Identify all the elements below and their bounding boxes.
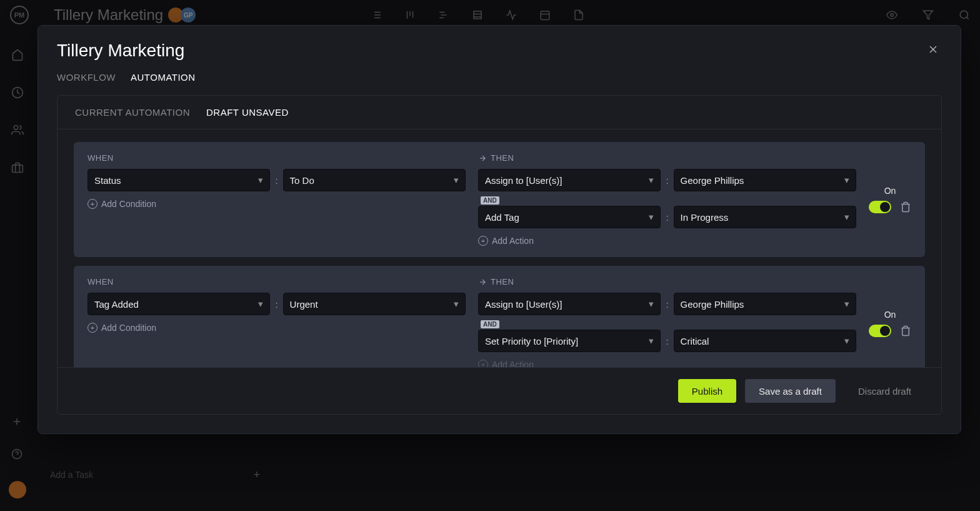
select-value: Assign to [User(s)]	[485, 299, 562, 310]
team-icon[interactable]	[11, 124, 24, 136]
add-action-label: Add Action	[492, 360, 534, 367]
select-value: George Phillips	[681, 175, 744, 186]
toggle-label: On	[884, 186, 896, 196]
help-icon[interactable]	[11, 448, 24, 461]
svg-rect-15	[541, 11, 549, 20]
arrow-right-icon	[478, 278, 487, 286]
then-label: THEN	[478, 153, 856, 163]
calendar-icon[interactable]	[539, 9, 551, 21]
delete-rule-button[interactable]	[900, 325, 911, 336]
automation-modal: Tillery Marketing WORKFLOW AUTOMATION CU…	[38, 25, 961, 434]
colon: :	[275, 175, 278, 186]
rule-controls: On	[869, 277, 911, 367]
chevron-down-icon: ▾	[649, 175, 654, 186]
activity-icon[interactable]	[506, 9, 517, 21]
plus-icon[interactable]	[11, 416, 24, 428]
colon: :	[275, 299, 278, 310]
add-action-button[interactable]: + Add Action	[478, 360, 856, 367]
select-value: To Do	[290, 175, 314, 186]
action-select[interactable]: Set Priority to [Priority] ▾	[478, 330, 661, 352]
rule-then-column: THEN Assign to [User(s)] ▾ : George Phil…	[478, 277, 856, 367]
add-action-label: Add Action	[492, 236, 534, 246]
action-select[interactable]: Add Tag ▾	[478, 206, 661, 228]
rule-toggle[interactable]	[869, 325, 891, 337]
when-value-select[interactable]: To Do ▾	[283, 169, 466, 191]
select-value: Tag Added	[94, 299, 139, 310]
side-nav	[0, 30, 35, 511]
action-value-select[interactable]: In Progress ▾	[674, 206, 856, 228]
file-icon[interactable]	[573, 9, 584, 21]
app-title: Tillery Marketing	[54, 6, 163, 24]
rule-toggle[interactable]	[869, 201, 891, 213]
select-value: Urgent	[290, 299, 318, 310]
clock-icon[interactable]	[11, 86, 24, 99]
add-condition-button[interactable]: + Add Condition	[88, 323, 466, 333]
select-value: Add Tag	[485, 212, 519, 223]
select-value: George Phillips	[681, 299, 744, 310]
tab-current-automation[interactable]: CURRENT AUTOMATION	[75, 107, 190, 118]
select-value: Status	[94, 175, 121, 186]
select-value: Assign to [User(s)]	[485, 175, 562, 186]
close-button[interactable]	[924, 41, 942, 58]
app-logo: PM	[10, 6, 29, 24]
action-value-select[interactable]: Critical ▾	[674, 330, 856, 352]
rule-card: WHEN Tag Added ▾ : Urgent ▾ +	[74, 266, 925, 367]
rule-controls: On	[869, 153, 911, 246]
when-label: WHEN	[88, 153, 466, 163]
chevron-down-icon: ▾	[844, 335, 849, 347]
eye-icon[interactable]	[886, 9, 898, 21]
when-value-select[interactable]: Urgent ▾	[283, 293, 466, 315]
plus-circle-icon: +	[478, 360, 488, 367]
filter-icon[interactable]	[922, 9, 934, 21]
plus-icon: +	[253, 468, 260, 482]
add-task-bar[interactable]: Add a Task +	[42, 463, 268, 486]
when-field-select[interactable]: Status ▾	[88, 169, 270, 191]
tab-workflow[interactable]: WORKFLOW	[57, 72, 116, 83]
briefcase-icon[interactable]	[11, 161, 24, 174]
board-icon[interactable]	[404, 9, 416, 21]
rule-when-column: WHEN Tag Added ▾ : Urgent ▾ +	[88, 277, 466, 367]
and-badge: AND	[481, 196, 499, 205]
add-condition-button[interactable]: + Add Condition	[88, 199, 466, 209]
action-select[interactable]: Assign to [User(s)] ▾	[478, 293, 661, 315]
chevron-down-icon: ▾	[258, 175, 263, 186]
discard-draft-button[interactable]: Discard draft	[844, 379, 925, 403]
chevron-down-icon: ▾	[454, 298, 459, 310]
svg-point-19	[960, 11, 968, 18]
automation-panel: CURRENT AUTOMATION DRAFT UNSAVED WHEN St…	[57, 95, 942, 415]
delete-rule-button[interactable]	[900, 201, 911, 213]
search-icon[interactable]	[959, 9, 970, 21]
when-label: WHEN	[88, 277, 466, 286]
list-icon[interactable]	[371, 9, 382, 21]
then-label: THEN	[478, 277, 856, 286]
toggle-label: On	[884, 310, 896, 320]
colon: :	[666, 299, 668, 310]
select-value: Set Priority to [Priority]	[485, 336, 578, 347]
action-value-select[interactable]: George Phillips ▾	[674, 169, 856, 191]
sheet-icon[interactable]	[472, 9, 483, 21]
tab-draft-unsaved[interactable]: DRAFT UNSAVED	[206, 107, 289, 118]
chevron-down-icon: ▾	[649, 211, 654, 223]
publish-button[interactable]: Publish	[678, 379, 736, 403]
and-badge: AND	[481, 320, 499, 328]
rule-card: WHEN Status ▾ : To Do ▾ +	[74, 142, 925, 257]
add-action-button[interactable]: + Add Action	[478, 236, 856, 246]
plus-circle-icon: +	[478, 236, 488, 246]
when-field-select[interactable]: Tag Added ▾	[88, 293, 270, 315]
save-draft-button[interactable]: Save as a draft	[745, 379, 836, 403]
colon: :	[666, 175, 668, 186]
action-value-select[interactable]: George Phillips ▾	[674, 293, 856, 315]
tab-automation[interactable]: AUTOMATION	[131, 72, 196, 83]
user-avatar[interactable]	[9, 481, 26, 498]
rules-scroll[interactable]: WHEN Status ▾ : To Do ▾ +	[58, 129, 941, 367]
avatar[interactable]: GP	[181, 8, 196, 23]
add-task-label: Add a Task	[50, 470, 93, 480]
action-select[interactable]: Assign to [User(s)] ▾	[478, 169, 661, 191]
gantt-icon[interactable]	[438, 9, 449, 21]
modal-title: Tillery Marketing	[57, 41, 184, 61]
chevron-down-icon: ▾	[454, 175, 459, 186]
home-icon[interactable]	[11, 49, 24, 61]
chevron-down-icon: ▾	[844, 175, 849, 186]
svg-point-22	[14, 126, 18, 130]
rule-when-column: WHEN Status ▾ : To Do ▾ +	[88, 153, 466, 246]
